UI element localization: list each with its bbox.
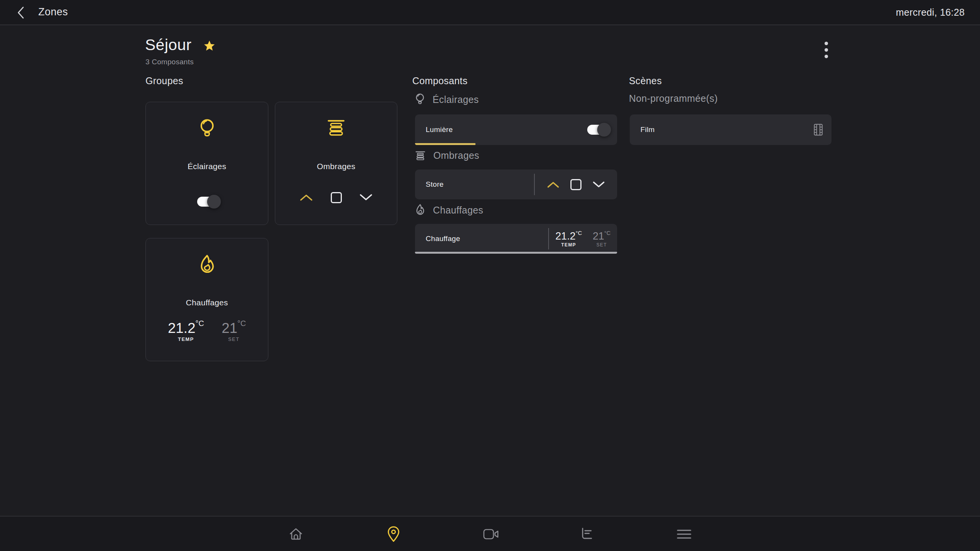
stop-square-icon	[331, 192, 342, 203]
blinds-icon	[275, 118, 397, 137]
zone-subtitle: 3 Composants	[145, 58, 194, 66]
hamburger-menu-icon	[676, 529, 692, 540]
nav-home-button[interactable]	[284, 522, 308, 546]
section-header-lights: Éclairages	[415, 93, 479, 106]
film-icon	[813, 124, 823, 136]
shades-stop-button[interactable]	[328, 191, 344, 204]
datetime-label: mercredi, 16:28	[896, 7, 965, 18]
component-row-heating[interactable]: Chauffage 21.2°C TEMP 21°C SET	[415, 224, 617, 254]
components-column-title: Composants	[412, 75, 467, 86]
shade-stop-button[interactable]	[568, 178, 584, 191]
chevron-down-icon	[593, 181, 605, 188]
group-card-heating[interactable]: Chauffages 21.2°C TEMP 21°C SET	[145, 238, 268, 361]
groups-column-title: Groupes	[145, 75, 183, 86]
chart-icon	[580, 527, 594, 541]
shades-up-button[interactable]	[299, 191, 314, 204]
nav-menu-button[interactable]	[672, 522, 696, 546]
nav-zones-button[interactable]	[381, 522, 406, 546]
section-title: Ombrages	[433, 150, 479, 161]
favorite-star-icon[interactable]	[203, 40, 216, 52]
section-title: Chauffages	[433, 205, 483, 216]
group-card-label: Ombrages	[275, 162, 397, 171]
component-name: Lumière	[426, 126, 453, 134]
component-row-shade[interactable]: Store	[415, 170, 617, 199]
nav-stats-button[interactable]	[575, 522, 599, 546]
group-card-shades[interactable]: Ombrages	[275, 102, 397, 225]
shades-down-button[interactable]	[358, 191, 374, 204]
setpoint-readout: 21°C SET	[222, 320, 246, 342]
lightbulb-icon	[146, 118, 268, 140]
page-title: Zones	[38, 6, 68, 18]
stop-square-icon	[570, 179, 581, 190]
location-pin-icon	[387, 526, 400, 543]
group-card-lights[interactable]: Éclairages	[145, 102, 268, 225]
component-row-light[interactable]: Lumière	[415, 114, 617, 145]
section-header-shades: Ombrages	[415, 150, 479, 161]
scene-name: Film	[640, 126, 655, 134]
scenes-group-label: Non-programmée(s)	[629, 93, 718, 104]
chevron-down-icon	[359, 194, 372, 201]
chevron-up-icon	[547, 181, 559, 188]
setpoint-readout: 21°C SET	[593, 230, 611, 248]
blinds-icon	[415, 150, 426, 161]
light-toggle-switch[interactable]	[587, 124, 607, 135]
lights-toggle-switch[interactable]	[197, 196, 217, 207]
group-card-label: Éclairages	[146, 162, 268, 171]
scene-row-film[interactable]: Film	[630, 114, 831, 145]
zone-title: Séjour	[145, 36, 192, 54]
top-bar: Zones mercredi, 16:28	[0, 0, 980, 25]
back-button[interactable]	[13, 5, 28, 20]
shade-down-button[interactable]	[591, 178, 606, 191]
heating-status-bar	[415, 252, 617, 254]
zone-detail-screen: Zones mercredi, 16:28 Séjour 3 Composant…	[0, 0, 980, 551]
chevron-left-icon	[16, 6, 25, 20]
video-camera-icon	[483, 528, 499, 540]
nav-cameras-button[interactable]	[479, 522, 503, 546]
section-title: Éclairages	[433, 94, 479, 105]
chevron-up-icon	[300, 194, 313, 201]
component-name: Store	[426, 180, 444, 189]
component-name: Chauffage	[426, 235, 460, 243]
home-icon	[289, 527, 303, 541]
lightbulb-icon	[415, 93, 425, 106]
more-menu-button[interactable]	[820, 39, 832, 60]
scenes-column-title: Scènes	[629, 75, 662, 86]
group-card-label: Chauffages	[146, 298, 268, 307]
dimmer-level-bar	[415, 143, 475, 145]
section-header-heating: Chauffages	[415, 204, 483, 217]
temperature-readout: 21.2°C TEMP	[168, 320, 204, 342]
flame-icon	[415, 204, 425, 217]
flame-icon	[146, 254, 268, 276]
shade-up-button[interactable]	[546, 178, 561, 191]
temperature-readout: 21.2°C TEMP	[555, 230, 582, 248]
bottom-nav-bar	[0, 516, 980, 551]
